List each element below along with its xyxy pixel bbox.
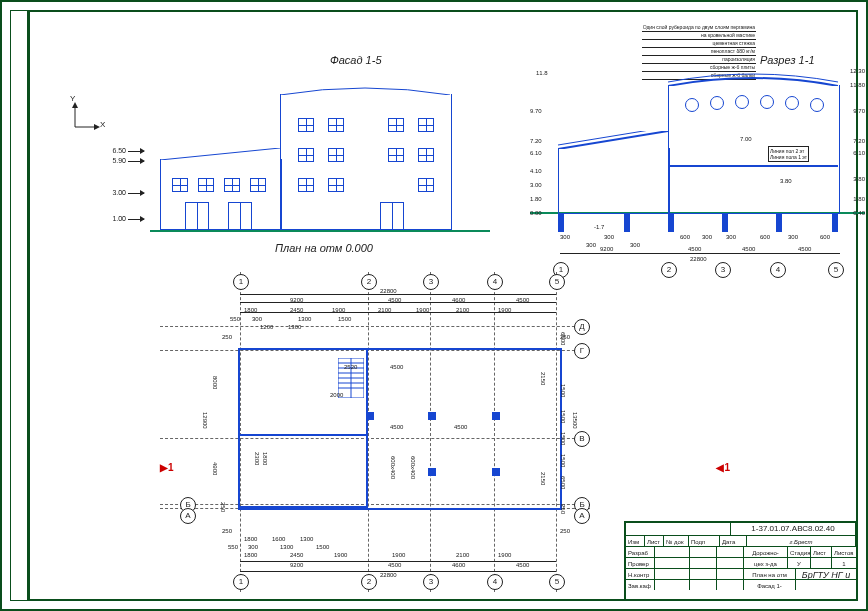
elev-label: 3.00 xyxy=(530,182,542,188)
elev-label: 0.00 xyxy=(530,210,542,216)
window-icon xyxy=(328,118,344,132)
dim-label: 300 xyxy=(586,242,596,248)
city: г.Брест xyxy=(747,536,856,546)
dim-label: 4500 xyxy=(798,246,811,252)
dim-label: 1600 xyxy=(272,536,285,542)
org: БрГТУ НГ и ИГ xyxy=(796,569,856,579)
foundation xyxy=(558,214,564,232)
note-line: пароизоляция xyxy=(642,56,756,64)
axis-bubble: 5 xyxy=(828,262,844,278)
dim-label: 300 xyxy=(788,234,798,240)
elev-mark: 3.00 xyxy=(96,189,144,196)
door-icon xyxy=(228,202,252,230)
dim-label: 2150 xyxy=(540,372,546,385)
dim-label: 600 xyxy=(680,234,690,240)
foundation xyxy=(832,214,838,232)
axis-x-label: X xyxy=(100,120,105,129)
foundation xyxy=(624,214,630,232)
dim-label: 2150 xyxy=(540,472,546,485)
dim-label: 300 xyxy=(252,316,262,322)
axis-bubble: 5 xyxy=(549,574,565,590)
dim-label: 1800 xyxy=(244,307,257,313)
dim-label: 12900 xyxy=(202,412,208,429)
desc: Фасад 1-5,Разрез 1-1 xyxy=(744,580,796,590)
elev-label: 7.20 xyxy=(853,138,865,144)
dim-label: 4500 xyxy=(388,297,401,303)
dim-label: 2000 xyxy=(330,392,343,398)
partition xyxy=(240,434,366,436)
dim-label: 2100 xyxy=(456,552,469,558)
dim-label: 1500 xyxy=(316,544,329,550)
note-line: на кровельной мастике xyxy=(642,32,756,40)
elev-label: 1.80 xyxy=(530,196,542,202)
dim-label: 1500 xyxy=(338,316,351,322)
dim-label: 4500 xyxy=(390,424,403,430)
section-cut-mark: ▶1 xyxy=(160,462,174,473)
grid-axis xyxy=(160,326,590,328)
dim-label: 1500 xyxy=(560,410,566,423)
dim-label: 4600 xyxy=(452,297,465,303)
elev-mark: 5.90 xyxy=(96,157,144,164)
drawing-sheet: Y X Один слой рубероида по двум слоям пе… xyxy=(0,0,868,611)
dim-label: 4900 xyxy=(212,462,218,475)
axis-bubble: 4 xyxy=(487,574,503,590)
tb-h: Изм xyxy=(626,536,645,546)
note-line: пенопласт δ80 кг/м xyxy=(642,48,756,56)
dim-label: 1200 xyxy=(260,324,273,330)
dim-label: 1500 xyxy=(560,384,566,397)
dim-label: 22800 xyxy=(380,288,397,294)
window-icon xyxy=(388,148,404,162)
tb-h: Дата xyxy=(720,536,747,546)
dim-label: 6500 xyxy=(560,476,566,489)
axis-bubble: 3 xyxy=(715,262,731,278)
elev-label: 11.8 xyxy=(536,70,548,76)
tb-h: № док xyxy=(664,536,689,546)
window-icon xyxy=(388,118,404,132)
axis-bubble: 2 xyxy=(661,262,677,278)
window-icon xyxy=(298,178,314,192)
floor-slab xyxy=(668,165,838,167)
dim-label: 300 xyxy=(702,234,712,240)
facade-low-block xyxy=(160,159,282,230)
elev-label: 7.20 xyxy=(530,138,542,144)
desc: цех з-да стройдеталей xyxy=(744,558,788,568)
dim-label: 2520 xyxy=(344,364,357,370)
dim-label: 300 xyxy=(560,234,570,240)
window-icon xyxy=(250,178,266,192)
dim-label: 300 xyxy=(630,242,640,248)
facade-title: Фасад 1-5 xyxy=(330,54,382,66)
dim-label: -1.7 xyxy=(594,224,604,230)
dim-label: 250 xyxy=(560,528,570,534)
dim-line xyxy=(240,294,556,295)
dim-label: 550 xyxy=(228,544,238,550)
truss-circle-icon xyxy=(760,95,774,109)
ground-line xyxy=(150,230,490,232)
axis-y-label: Y xyxy=(70,94,75,103)
role: Разраб xyxy=(626,547,655,557)
sect-low-roof xyxy=(558,131,668,149)
sect-main-roof xyxy=(668,72,838,86)
axis-bubble: 1 xyxy=(233,574,249,590)
truss-circle-icon xyxy=(685,98,699,112)
tb-h: Лист xyxy=(645,536,664,546)
dim-label: 1300 xyxy=(280,544,293,550)
desc: План на отм 0.000 xyxy=(744,569,796,579)
foundation xyxy=(668,214,674,232)
section-view: Линия пол 2 этЛиния пола 1 эт 7.00 3.80 … xyxy=(530,67,865,262)
dim-label: 250 xyxy=(560,334,570,340)
dim-label: 3.80 xyxy=(780,178,792,184)
low-roof xyxy=(160,148,280,160)
elev-label: 9.70 xyxy=(853,108,865,114)
dim-label: 4500 xyxy=(516,562,529,568)
axis-bubble: 4 xyxy=(770,262,786,278)
axis-bubble: 2 xyxy=(361,274,377,290)
dim-label: 4500 xyxy=(388,562,401,568)
elev-label: 6.10 xyxy=(530,150,542,156)
axis-bubble: Д xyxy=(574,319,590,335)
dim-label: 22800 xyxy=(690,256,707,262)
tb-h: Листов xyxy=(832,547,856,557)
axis-bubble: 1 xyxy=(233,274,249,290)
window-icon xyxy=(328,178,344,192)
column xyxy=(428,468,436,476)
dim-label: 4500 xyxy=(454,424,467,430)
